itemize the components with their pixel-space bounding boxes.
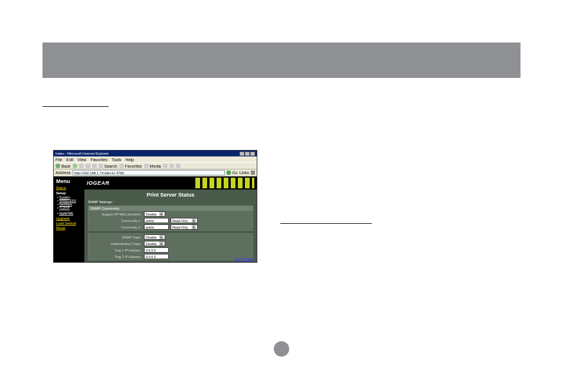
input-community1[interactable]: public bbox=[144, 218, 169, 223]
panel-snmp-community: SNMP Community Support HP Web JetAdmin :… bbox=[88, 205, 253, 231]
print-icon[interactable] bbox=[176, 164, 181, 168]
window-title: Index - Microsoft Internet Explorer bbox=[55, 152, 109, 155]
media-icon bbox=[144, 164, 149, 168]
menu-tools[interactable]: Tools bbox=[112, 158, 121, 162]
brand-pattern bbox=[195, 178, 254, 188]
row-auth-traps: Authentication Traps : Disable ▾ bbox=[89, 240, 253, 247]
home-icon[interactable] bbox=[92, 164, 97, 168]
select-auth-traps[interactable]: Disable ▾ bbox=[144, 241, 165, 246]
row-trap2: Trap 2 IP Address : 0.0.0.0 bbox=[89, 253, 253, 260]
links-label[interactable]: Links bbox=[240, 171, 249, 175]
sidebar-setup-list: System WIRELESS NetWare TCP/IP bbox=[57, 195, 82, 210]
page-number-circle bbox=[274, 341, 289, 357]
minimize-button[interactable] bbox=[240, 152, 244, 156]
menubar: File Edit View Favorites Tools Help bbox=[54, 156, 257, 162]
search-button[interactable]: Search bbox=[99, 164, 117, 168]
label-auth-traps: Authentication Traps : bbox=[90, 242, 142, 246]
go-icon bbox=[227, 171, 231, 175]
search-label: Search bbox=[104, 164, 117, 168]
main-panel: IOGEAR Print Server Status SNMP Settings… bbox=[84, 177, 257, 262]
window-buttons bbox=[240, 152, 255, 156]
sidebar-item-tcpip[interactable]: TCP/IP bbox=[57, 206, 82, 210]
screenshot-print-server: Index - Microsoft Internet Explorer File… bbox=[53, 150, 257, 263]
label-community1: Community 1 : bbox=[90, 219, 142, 223]
favorites-label: Favorites bbox=[125, 164, 142, 168]
link-smtp-back[interactable]: SMTP Back bbox=[234, 257, 253, 261]
address-value: http://192.168.1.7/index11.4760 bbox=[74, 171, 124, 175]
select-community1-perm[interactable]: Read-Only ▾ bbox=[171, 218, 198, 223]
sidebar-item-status[interactable]: Status bbox=[56, 186, 82, 190]
search-icon bbox=[99, 164, 103, 168]
underline-2 bbox=[280, 223, 372, 224]
input-trap2[interactable]: 0.0.0.0 bbox=[144, 254, 169, 259]
label-community2: Community 2 : bbox=[90, 226, 142, 229]
input-trap1[interactable]: 0.0.0.0 bbox=[144, 247, 169, 253]
row-jetadmin: Support HP Web JetAdmin : Disable ▾ bbox=[89, 211, 253, 217]
row-trap1: Trap 1 IP Address : 0.0.0.0 bbox=[89, 247, 253, 253]
menu-help[interactable]: Help bbox=[126, 158, 134, 162]
underline-1 bbox=[42, 106, 109, 107]
chevron-down-icon: ▾ bbox=[192, 218, 196, 223]
label-snmp-traps: SNMP Traps : bbox=[90, 236, 142, 239]
forward-icon[interactable] bbox=[73, 164, 77, 168]
address-bar: Address http://192.168.1.7/index11.4760 … bbox=[54, 169, 257, 177]
sidebar-setup-heading: Setup bbox=[56, 191, 82, 195]
sidebar-item-reset[interactable]: Reset bbox=[56, 226, 82, 230]
back-label: Back bbox=[61, 164, 71, 168]
select-community2-perm[interactable]: Read-Only ▾ bbox=[171, 224, 198, 230]
section-label: SNMP Settings : bbox=[84, 199, 257, 205]
label-jetadmin: Support HP Web JetAdmin : bbox=[90, 213, 142, 216]
chevron-down-icon: ▾ bbox=[159, 241, 163, 246]
panel-snmp-traps: SNMP Traps : Disable ▾ Authentication Tr… bbox=[88, 233, 253, 260]
input-community2[interactable]: public bbox=[144, 224, 169, 230]
logo: IOGEAR bbox=[87, 180, 110, 186]
media-label: Media bbox=[150, 164, 161, 168]
panel-header-community: SNMP Community bbox=[89, 206, 253, 211]
media-button[interactable]: Media bbox=[144, 164, 161, 168]
chevron-down-icon: ▾ bbox=[159, 212, 163, 216]
content-area: Menu Status Setup System WIRELESS NetWar… bbox=[54, 177, 257, 262]
address-input[interactable]: http://192.168.1.7/index11.4760 bbox=[73, 170, 225, 175]
go-label: Go bbox=[232, 171, 237, 175]
go-button[interactable]: Go bbox=[227, 171, 237, 175]
select-jetadmin[interactable]: Disable ▾ bbox=[144, 211, 165, 217]
address-label: Address bbox=[55, 171, 71, 175]
label-trap2: Trap 2 IP Address : bbox=[90, 255, 142, 259]
stop-icon[interactable] bbox=[79, 164, 84, 168]
chevron-down-icon: ▾ bbox=[159, 235, 163, 239]
maximize-button[interactable] bbox=[245, 152, 250, 156]
brand-bar: IOGEAR bbox=[84, 177, 257, 190]
page-title: Print Server Status bbox=[84, 190, 257, 199]
sidebar: Menu Status Setup System WIRELESS NetWar… bbox=[54, 177, 84, 262]
favorites-button[interactable]: Favorites bbox=[119, 164, 142, 168]
row-community2: Community 2 : public Read-Only ▾ bbox=[89, 224, 253, 230]
menu-favorites[interactable]: Favorites bbox=[90, 158, 107, 162]
history-icon[interactable] bbox=[163, 164, 168, 168]
refresh-icon[interactable] bbox=[86, 164, 90, 168]
close-button[interactable] bbox=[250, 152, 255, 156]
favorites-icon bbox=[119, 164, 124, 168]
chevron-down-icon: ▾ bbox=[192, 225, 196, 229]
menu-file[interactable]: File bbox=[55, 158, 62, 162]
menu-edit[interactable]: Edit bbox=[66, 158, 73, 162]
toolbar: Back Search Favorites Media bbox=[54, 162, 257, 169]
menu-view[interactable]: View bbox=[77, 158, 86, 162]
back-icon bbox=[55, 164, 60, 168]
mail-icon[interactable] bbox=[169, 164, 174, 168]
menu-heading: Menu bbox=[56, 178, 82, 184]
header-bar bbox=[42, 43, 521, 78]
row-community1: Community 1 : public Read-Only ▾ bbox=[89, 217, 253, 224]
links-icon bbox=[251, 171, 255, 175]
window-titlebar: Index - Microsoft Internet Explorer bbox=[54, 151, 257, 156]
select-snmp-traps[interactable]: Disable ▾ bbox=[144, 234, 165, 240]
sidebar-item-upgrade[interactable]: Upgrade bbox=[56, 217, 82, 220]
sidebar-item-appletalk[interactable]: AppleTalk bbox=[57, 211, 82, 215]
back-button[interactable]: Back bbox=[55, 164, 71, 168]
label-trap1: Trap 1 IP Address : bbox=[90, 249, 142, 252]
sidebar-setup-list-2: AppleTalk bbox=[57, 211, 82, 215]
row-snmp-traps: SNMP Traps : Disable ▾ bbox=[89, 234, 253, 240]
sidebar-item-load-default[interactable]: Load Default bbox=[56, 221, 82, 225]
